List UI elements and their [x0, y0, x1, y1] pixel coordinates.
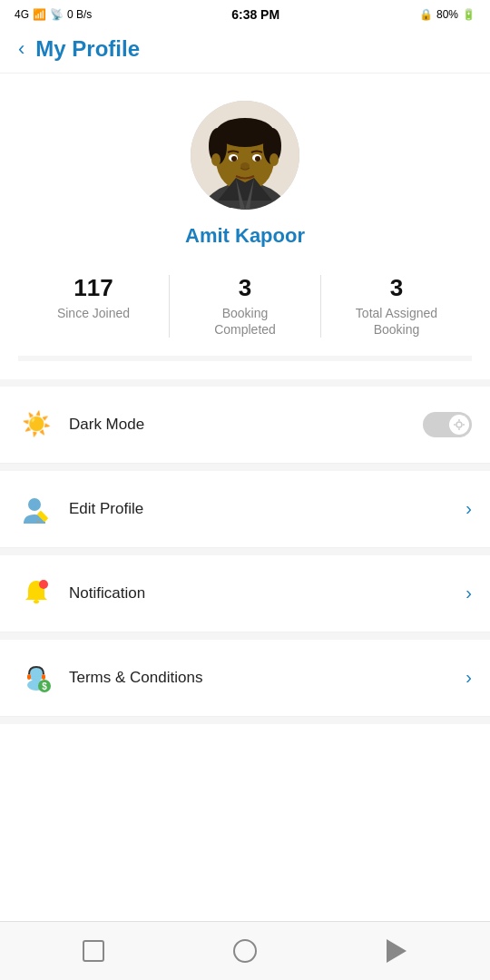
nav-back-button[interactable] [380, 935, 413, 967]
user-name: Amit Kapoor [185, 224, 305, 248]
notification-chevron: › [466, 583, 472, 603]
terms-label: Terms & Conditions [69, 669, 466, 687]
status-right: 🔒 80% 🔋 [419, 8, 475, 21]
nav-square-button[interactable] [77, 935, 110, 967]
battery-percent: 80% [436, 8, 458, 21]
profile-section: Amit Kapoor 117 Since Joined 3 BookingCo… [0, 74, 490, 379]
svg-point-17 [456, 422, 462, 427]
lock-icon: 🔒 [419, 8, 433, 21]
svg-point-15 [211, 153, 220, 166]
header: ‹ My Profile [0, 25, 490, 74]
chevron-right-icon: › [466, 583, 472, 603]
dark-mode-toggle-container[interactable] [423, 412, 472, 437]
edit-profile-row[interactable]: Edit Profile › [0, 471, 490, 548]
avatar [191, 101, 299, 210]
dark-mode-label: Dark Mode [69, 416, 423, 434]
stat-label-assigned: Total AssignedBooking [356, 305, 437, 338]
edit-profile-label: Edit Profile [69, 500, 466, 518]
status-left: 4G 📶 📡 0 B/s [15, 8, 92, 21]
stat-value-joined: 117 [74, 275, 113, 301]
status-time: 6:38 PM [231, 7, 279, 22]
nav-home-button[interactable] [229, 935, 261, 967]
bottom-nav [0, 921, 490, 980]
notification-row[interactable]: Notification › [0, 555, 490, 632]
terms-icon: $ [18, 660, 54, 696]
wifi-icon: 📡 [50, 8, 64, 21]
status-bar: 4G 📶 📡 0 B/s 6:38 PM 🔒 80% 🔋 [0, 0, 490, 25]
back-button[interactable]: ‹ [18, 39, 24, 59]
terms-chevron: › [466, 667, 472, 688]
edit-profile-chevron: › [466, 498, 472, 519]
svg-point-26 [39, 580, 48, 589]
battery-icon: 🔋 [462, 8, 475, 21]
svg-point-12 [231, 156, 237, 162]
stat-since-joined: 117 Since Joined [18, 275, 169, 338]
square-icon [83, 940, 104, 962]
stat-total-assigned: 3 Total AssignedBooking [321, 275, 472, 338]
separator-1 [0, 379, 490, 387]
signal-bars: 📶 [33, 8, 46, 21]
separator-3 [0, 548, 490, 555]
separator-5 [0, 717, 490, 724]
svg-rect-30 [42, 674, 45, 680]
dark-mode-row[interactable]: ☀️ Dark Mode [0, 387, 490, 464]
settings-section: ☀️ Dark Mode [0, 387, 490, 921]
svg-point-13 [255, 156, 260, 162]
signal-icon: 4G [15, 8, 29, 21]
stat-label-joined: Since Joined [57, 305, 130, 321]
data-speed: 0 B/s [67, 8, 92, 21]
toggle-knob [449, 415, 469, 435]
triangle-icon [387, 939, 407, 963]
dark-mode-toggle[interactable] [423, 412, 472, 437]
svg-text:$: $ [42, 681, 47, 691]
edit-profile-icon [18, 491, 54, 527]
dark-mode-icon: ☀️ [18, 407, 54, 443]
svg-rect-29 [27, 674, 31, 680]
stat-label-completed: BookingCompleted [214, 305, 276, 338]
svg-point-25 [34, 600, 39, 603]
svg-point-16 [270, 153, 279, 166]
page-title: My Profile [35, 36, 140, 62]
svg-point-22 [28, 498, 41, 511]
stat-value-assigned: 3 [390, 275, 403, 301]
chevron-right-icon: › [466, 498, 472, 519]
stat-booking-completed: 3 BookingCompleted [170, 275, 320, 338]
notification-label: Notification [69, 584, 466, 603]
stat-value-completed: 3 [239, 275, 251, 301]
separator-4 [0, 632, 490, 640]
separator-2 [0, 464, 490, 471]
terms-row[interactable]: $ Terms & Conditions › [0, 640, 490, 717]
stats-row: 117 Since Joined 3 BookingCompleted 3 To… [18, 266, 472, 361]
circle-icon [233, 939, 257, 963]
notification-icon [18, 575, 54, 612]
chevron-right-icon: › [466, 667, 472, 688]
